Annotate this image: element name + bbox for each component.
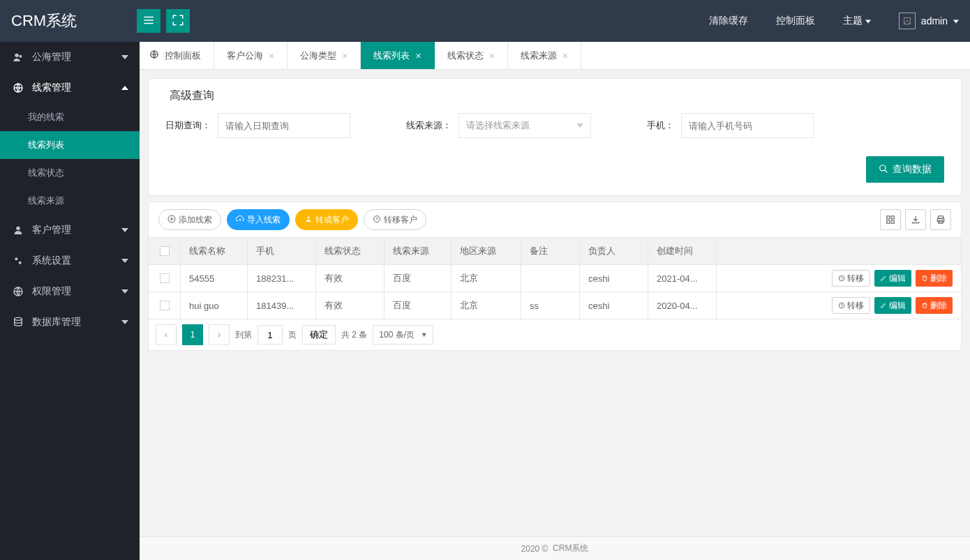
cell-owner: ceshi <box>580 265 648 292</box>
pagination: ‹ 1 › 到第 页 确定 共 2 条 100 条/页 <box>149 319 961 350</box>
tab-public-type[interactable]: 公海类型 × <box>288 42 361 69</box>
sidebar-item-database[interactable]: 数据库管理 <box>0 307 140 338</box>
chevron-up-icon <box>121 82 128 93</box>
tab-label: 客户公海 <box>227 50 263 62</box>
svg-point-8 <box>15 257 17 260</box>
tab-customer-public[interactable]: 客户公海 × <box>214 42 288 69</box>
tab-clue-status[interactable]: 线索状态 × <box>435 42 508 69</box>
fullscreen-button[interactable] <box>166 9 190 33</box>
search-panel: 高级查询 日期查询： 线索来源： 请选择线索来源 手机： <box>148 78 962 196</box>
import-clue-button[interactable]: 导入线索 <box>227 209 290 230</box>
table-row: 54555 188231... 有效 百度 北京 ceshi 2021-04..… <box>149 265 961 292</box>
row-edit-button[interactable]: 编辑 <box>874 270 911 287</box>
menu-toggle-button[interactable] <box>137 9 161 33</box>
header-buttons <box>137 9 190 33</box>
query-button[interactable]: 查询数据 <box>866 156 944 183</box>
sidebar-item-label: 系统设置 <box>32 255 71 267</box>
close-icon[interactable]: × <box>269 50 274 61</box>
tab-home[interactable]: 控制面板 <box>140 42 214 69</box>
sidebar-item-public[interactable]: 公海管理 <box>0 42 140 73</box>
row-delete-button[interactable]: 删除 <box>916 297 953 314</box>
sidebar-item-permission[interactable]: 权限管理 <box>0 276 140 307</box>
fullscreen-icon <box>172 14 184 29</box>
svg-point-5 <box>19 55 22 58</box>
username-label: admin <box>921 15 948 27</box>
sidebar-sub-clue-list[interactable]: 线索列表 <box>0 131 140 159</box>
menu-icon <box>142 14 155 29</box>
header-right: 清除缓存 控制面板 主题 admin <box>709 13 959 29</box>
row-transfer-button[interactable]: 转移 <box>832 297 870 314</box>
user-dropdown[interactable]: admin <box>899 13 959 29</box>
prev-page-button[interactable]: ‹ <box>156 324 177 345</box>
convert-customer-button[interactable]: 转成客户 <box>295 209 358 230</box>
caret-down-icon <box>576 121 583 131</box>
sidebar-item-clue[interactable]: 线索管理 <box>0 73 140 103</box>
close-icon[interactable]: × <box>415 50 421 61</box>
control-panel-link[interactable]: 控制面板 <box>776 15 815 27</box>
footer-year: 2020 © <box>521 544 549 554</box>
date-input[interactable] <box>218 113 350 138</box>
per-page-select[interactable]: 100 条/页 <box>373 325 433 345</box>
goto-confirm-button[interactable]: 确定 <box>302 325 336 345</box>
sidebar-item-customer[interactable]: 客户管理 <box>0 215 140 245</box>
sidebar-sub-clue-source[interactable]: 线索来源 <box>0 187 140 215</box>
print-button[interactable] <box>930 209 951 230</box>
svg-line-14 <box>885 169 888 172</box>
tab-label: 线索来源 <box>521 50 557 62</box>
next-page-button[interactable]: › <box>209 324 230 345</box>
phone-input[interactable] <box>681 113 814 138</box>
add-clue-button[interactable]: 添加线索 <box>158 209 221 230</box>
clear-cache-link[interactable]: 清除缓存 <box>709 15 748 27</box>
cell-phone: 181439... <box>248 292 316 319</box>
goto-label: 到第 <box>235 329 252 341</box>
close-icon[interactable]: × <box>562 50 568 61</box>
cell-note: ss <box>521 292 580 319</box>
th-note: 备注 <box>521 238 580 264</box>
close-icon[interactable]: × <box>342 50 348 61</box>
tab-label: 线索列表 <box>373 50 410 62</box>
cell-note <box>521 265 580 292</box>
clock-icon <box>373 215 381 225</box>
svg-rect-22 <box>887 220 890 223</box>
chevron-down-icon <box>121 225 128 236</box>
cell-phone: 188231... <box>248 265 316 292</box>
chevron-down-icon <box>121 286 128 297</box>
row-checkbox[interactable] <box>160 301 170 310</box>
sidebar-item-settings[interactable]: 系统设置 <box>0 245 140 276</box>
tab-clue-source[interactable]: 线索来源 × <box>508 42 581 69</box>
transfer-customer-button[interactable]: 转移客户 <box>364 209 426 230</box>
table-header: 线索名称 手机 线索状态 线索来源 地区来源 备注 负责人 创建时间 <box>149 238 961 265</box>
svg-point-7 <box>16 227 20 230</box>
theme-dropdown[interactable]: 主题 <box>843 15 871 27</box>
row-checkbox[interactable] <box>160 273 170 283</box>
columns-button[interactable] <box>880 209 901 230</box>
footer: 2020 © CRM系统 <box>140 536 970 560</box>
theme-label: 主题 <box>843 15 863 27</box>
users-icon <box>13 52 25 63</box>
svg-point-4 <box>15 54 18 57</box>
cell-source: 百度 <box>385 292 452 319</box>
goto-page-input[interactable] <box>258 325 283 345</box>
source-select[interactable]: 请选择线索来源 <box>458 113 591 138</box>
sidebar-sub-clue-status[interactable]: 线索状态 <box>0 159 140 187</box>
th-source: 线索来源 <box>385 238 452 264</box>
select-all-checkbox[interactable] <box>160 246 170 256</box>
row-transfer-button[interactable]: 转移 <box>832 270 870 287</box>
th-phone: 手机 <box>248 238 316 264</box>
upload-icon <box>236 215 244 225</box>
phone-label: 手机： <box>647 119 674 132</box>
cell-owner: ceshi <box>580 292 648 319</box>
row-delete-button[interactable]: 删除 <box>916 270 953 287</box>
close-icon[interactable]: × <box>489 50 495 61</box>
tab-bar: 控制面板 客户公海 × 公海类型 × 线索列表 × 线索状态 × <box>140 42 970 70</box>
caret-down-icon <box>953 15 959 27</box>
page-1-button[interactable]: 1 <box>182 324 203 345</box>
export-button[interactable] <box>905 209 926 230</box>
row-edit-button[interactable]: 编辑 <box>874 297 911 314</box>
sidebar-sub-my-clue[interactable]: 我的线索 <box>0 103 140 131</box>
cell-time: 2021-04... <box>648 265 717 292</box>
tab-clue-list[interactable]: 线索列表 × <box>361 42 434 69</box>
cell-source: 百度 <box>385 265 452 292</box>
user-icon <box>304 215 313 225</box>
th-region: 地区来源 <box>452 238 521 264</box>
